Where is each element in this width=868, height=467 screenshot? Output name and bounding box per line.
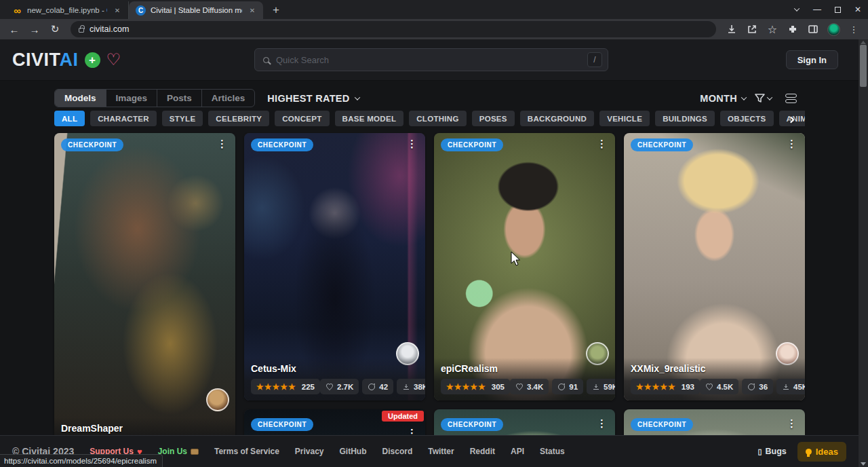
privacy-link[interactable]: Privacy bbox=[295, 447, 324, 456]
new-tab-button[interactable]: + bbox=[267, 1, 285, 19]
card-menu-icon[interactable]: ⋮ bbox=[593, 138, 611, 150]
comments-pill[interactable]: 91 bbox=[552, 379, 583, 394]
card-menu-icon[interactable]: ⋮ bbox=[403, 138, 421, 150]
chip-background[interactable]: BACKGROUND bbox=[520, 111, 594, 126]
join-us-link[interactable]: Join Us bbox=[158, 447, 199, 456]
chip-poses[interactable]: POSES bbox=[472, 111, 515, 126]
reddit-link[interactable]: Reddit bbox=[470, 447, 495, 456]
extensions-puzzle-icon[interactable] bbox=[784, 20, 802, 38]
status-link[interactable]: Status bbox=[540, 447, 565, 456]
civitai-logo[interactable]: CIVITAI + ♡ bbox=[12, 50, 121, 71]
card-menu-icon[interactable]: ⋮ bbox=[593, 418, 611, 430]
download-icon bbox=[402, 383, 410, 391]
page-scrollbar[interactable] bbox=[859, 39, 868, 467]
checkpoint-badge: CHECKPOINT bbox=[631, 418, 693, 431]
checkpoint-badge: CHECKPOINT bbox=[61, 138, 123, 151]
tab-colab[interactable]: ∞ new_colab_file.ipynb - Colaborat ✕ bbox=[5, 1, 129, 19]
chip-objects[interactable]: OBJECTS bbox=[720, 111, 773, 126]
model-title: DreamShaper bbox=[61, 423, 229, 434]
card-menu-icon[interactable]: ⋮ bbox=[783, 138, 801, 150]
model-grid: CHECKPOINT ⋮ DreamShaper CHECKPOINT ⋮ C bbox=[54, 133, 805, 467]
scrollbar-thumb[interactable] bbox=[860, 45, 867, 87]
comments-pill[interactable]: 36 bbox=[742, 379, 773, 394]
tab-search-chevron-icon[interactable] bbox=[787, 0, 807, 19]
download-icon[interactable] bbox=[723, 20, 741, 38]
search-input[interactable] bbox=[276, 55, 580, 65]
bugs-button[interactable]: ▯Bugs bbox=[757, 447, 786, 456]
downloads-pill[interactable]: 45K bbox=[776, 379, 805, 394]
chip-concept[interactable]: CONCEPT bbox=[275, 111, 329, 126]
sign-in-button[interactable]: Sign In bbox=[786, 50, 838, 69]
restore-button[interactable] bbox=[827, 0, 848, 19]
downloads-pill[interactable]: 38K bbox=[397, 379, 425, 394]
chip-celebrity[interactable]: CELEBRITY bbox=[208, 111, 269, 126]
chip-style[interactable]: STYLE bbox=[162, 111, 203, 126]
filter-dropdown[interactable] bbox=[754, 93, 772, 104]
github-link[interactable]: GitHub bbox=[340, 447, 367, 456]
back-button[interactable]: ← bbox=[5, 20, 23, 38]
twitter-link[interactable]: Twitter bbox=[428, 447, 454, 456]
chip-vehicle[interactable]: VEHICLE bbox=[599, 111, 650, 126]
chevron-down-icon bbox=[767, 94, 772, 100]
forward-button[interactable]: → bbox=[26, 20, 43, 38]
model-card-cetus-mix[interactable]: CHECKPOINT ⋮ Cetus-Mix ★★★★★225 2.7K 42 … bbox=[244, 133, 425, 400]
create-plus-icon[interactable]: + bbox=[85, 52, 100, 68]
rating-count: 225 bbox=[302, 383, 315, 391]
comment-icon bbox=[747, 383, 755, 391]
period-dropdown[interactable]: MONTH bbox=[700, 93, 746, 104]
scroll-down-icon[interactable] bbox=[861, 462, 866, 466]
tab-close-icon[interactable]: ✕ bbox=[112, 5, 123, 16]
address-bar[interactable]: civitai.com bbox=[71, 21, 716, 37]
minimize-button[interactable]: — bbox=[807, 0, 827, 19]
tab-images[interactable]: Images bbox=[106, 90, 158, 107]
model-card-dreamshaper[interactable]: CHECKPOINT ⋮ DreamShaper bbox=[54, 133, 235, 452]
tab-articles[interactable]: Articles bbox=[202, 90, 255, 107]
share-icon[interactable] bbox=[743, 20, 761, 38]
reload-button[interactable]: ↻ bbox=[46, 20, 64, 38]
chip-all[interactable]: ALL bbox=[54, 111, 85, 126]
side-panel-icon[interactable] bbox=[804, 20, 822, 38]
terms-link[interactable]: Terms of Service bbox=[214, 447, 279, 456]
checkpoint-badge: CHECKPOINT bbox=[441, 418, 503, 431]
search-box[interactable]: / bbox=[254, 48, 608, 71]
browser-menu-icon[interactable]: ⋮ bbox=[845, 20, 863, 38]
model-title: epiCRealism bbox=[441, 363, 608, 374]
discord-link[interactable]: Discord bbox=[382, 447, 413, 456]
comment-icon bbox=[368, 383, 376, 391]
card-menu-icon[interactable]: ⋮ bbox=[783, 418, 801, 430]
ideas-button[interactable]: Ideas bbox=[797, 442, 846, 462]
tab-civitai[interactable]: C Civitai | Stable Diffusion models, ✕ bbox=[129, 1, 263, 19]
chip-base-model[interactable]: BASE MODEL bbox=[335, 111, 404, 126]
likes-pill[interactable]: 2.7K bbox=[320, 379, 359, 394]
window-controls: — ✕ bbox=[787, 0, 868, 19]
checkpoint-badge: CHECKPOINT bbox=[251, 418, 313, 431]
model-card-xxmix-9realistic[interactable]: CHECKPOINT ⋮ XXMix_9realistic ★★★★★193 4… bbox=[624, 133, 805, 400]
site-header: CIVITAI + ♡ / Sign In bbox=[0, 39, 859, 81]
chip-character[interactable]: CHARACTER bbox=[90, 111, 157, 126]
card-menu-icon[interactable]: ⋮ bbox=[213, 138, 231, 150]
scroll-up-icon[interactable] bbox=[861, 41, 866, 44]
layout-toggle-icon[interactable] bbox=[785, 94, 797, 103]
heart-icon[interactable]: ♡ bbox=[106, 52, 121, 68]
comments-pill[interactable]: 42 bbox=[362, 379, 393, 394]
tab-title: new_colab_file.ipynb - Colaborat bbox=[27, 6, 107, 14]
model-card-epicrealism[interactable]: CHECKPOINT ⋮ epiCRealism ★★★★★305 3.4K 9… bbox=[434, 133, 615, 400]
tab-close-icon[interactable]: ✕ bbox=[247, 5, 258, 16]
bookmark-star-icon[interactable]: ☆ bbox=[764, 20, 781, 38]
profile-avatar[interactable] bbox=[825, 20, 842, 38]
tab-posts[interactable]: Posts bbox=[157, 90, 202, 107]
comment-icon bbox=[557, 383, 566, 391]
creator-avatar[interactable] bbox=[206, 388, 229, 411]
close-window-button[interactable]: ✕ bbox=[848, 0, 868, 19]
chip-buildings[interactable]: BUILDINGS bbox=[655, 111, 715, 126]
api-link[interactable]: API bbox=[511, 447, 524, 456]
chips-scroll-right-icon[interactable] bbox=[789, 113, 800, 124]
likes-pill[interactable]: 3.4K bbox=[510, 379, 549, 394]
chip-clothing[interactable]: CLOTHING bbox=[409, 111, 466, 126]
tab-models[interactable]: Models bbox=[55, 90, 106, 107]
search-icon bbox=[263, 57, 269, 63]
heart-icon bbox=[705, 383, 713, 391]
downloads-pill[interactable]: 59K bbox=[587, 379, 615, 394]
sort-dropdown[interactable]: HIGHEST RATED bbox=[267, 93, 359, 104]
likes-pill[interactable]: 4.5K bbox=[700, 379, 738, 394]
